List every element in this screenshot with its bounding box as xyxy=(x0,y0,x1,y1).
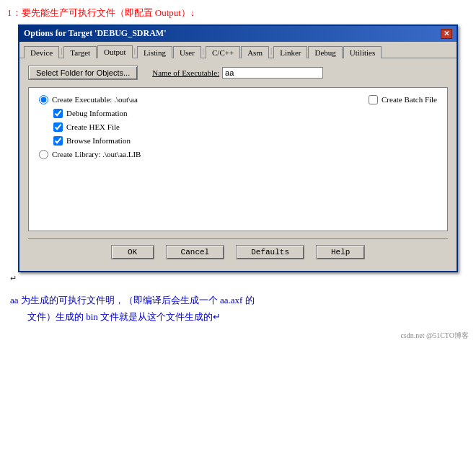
tab-sep-4: | xyxy=(270,46,273,55)
tab-sep-2: | xyxy=(133,46,136,55)
tab-output[interactable]: Output xyxy=(97,45,133,58)
group-left: Create Executable: .\out\aa Debug Inform… xyxy=(39,95,369,164)
cancel-button[interactable]: Cancel xyxy=(166,245,225,259)
close-button[interactable]: ✕ xyxy=(441,29,452,39)
tab-device[interactable]: Device xyxy=(24,46,59,58)
create-hex-checkbox[interactable] xyxy=(53,122,63,132)
watermark: csdn.net @51CTO博客 xyxy=(0,329,476,342)
bottom-text: aa 为生成的可执行文件明，（即编译后会生成一个 aa.axf 的 文件）生成的… xyxy=(0,285,476,330)
create-library-label[interactable]: Create Library: .\out\aa.LIB xyxy=(52,150,141,158)
debug-info-row: Debug Information xyxy=(39,109,369,118)
tab-user[interactable]: User xyxy=(173,46,201,58)
exe-name-group: Name of Executable: xyxy=(152,67,323,79)
browse-info-checkbox[interactable] xyxy=(53,136,63,146)
tab-linker[interactable]: Linker xyxy=(273,46,307,58)
help-button[interactable]: Help xyxy=(316,245,365,259)
browse-info-label[interactable]: Browse Information xyxy=(66,136,131,145)
tab-cpp[interactable]: C/C++ xyxy=(206,46,240,58)
debug-info-label[interactable]: Debug Information xyxy=(66,109,128,117)
dialog-buttons: OK Cancel Defaults Help xyxy=(28,238,448,264)
tab-sep-3: | xyxy=(202,46,205,55)
tab-target[interactable]: Target xyxy=(63,46,97,58)
create-library-radio[interactable] xyxy=(39,150,48,159)
bottom-text-line1: aa 为生成的可执行文件明，（即编译后会生成一个 aa.axf 的 xyxy=(10,292,466,308)
title-bar: Options for Target 'DEBUG_SDRAM' ✕ xyxy=(19,26,457,42)
ok-button[interactable]: OK xyxy=(111,245,154,259)
browse-info-row: Browse Information xyxy=(39,136,369,146)
group-inner-top: Create Executable: .\out\aa Debug Inform… xyxy=(39,95,437,164)
create-hex-row: Create HEX File xyxy=(39,122,369,132)
create-executable-label[interactable]: Create Executable: .\out\aa xyxy=(52,95,138,104)
dialog-title: Options for Target 'DEBUG_SDRAM' xyxy=(24,28,166,39)
tab-utilities[interactable]: Utilities xyxy=(343,46,382,58)
exe-name-input[interactable] xyxy=(222,67,323,79)
tab-debug[interactable]: Debug xyxy=(308,46,342,58)
create-executable-radio[interactable] xyxy=(39,95,48,104)
create-batch-row: Create Batch File xyxy=(369,95,437,104)
debug-info-checkbox[interactable] xyxy=(53,109,63,118)
arrow-line: ↵ xyxy=(0,272,476,285)
create-batch-checkbox[interactable] xyxy=(369,95,378,104)
group-right: Create Batch File xyxy=(369,95,437,109)
options-dialog: Options for Target 'DEBUG_SDRAM' ✕ Devic… xyxy=(18,24,458,272)
dialog-area: Options for Target 'DEBUG_SDRAM' ✕ Devic… xyxy=(0,24,476,272)
tab-listing[interactable]: Listing xyxy=(137,46,172,58)
dialog-content: Select Folder for Objects... Name of Exe… xyxy=(19,58,457,271)
top-row: Select Folder for Objects... Name of Exe… xyxy=(28,66,448,80)
create-executable-row: Create Executable: .\out\aa xyxy=(39,95,369,104)
exe-name-label: Name of Executable: xyxy=(152,68,219,77)
bottom-text-line2: 文件）生成的 bin 文件就是从这个文件生成的↵ xyxy=(10,308,466,325)
tab-sep-1: | xyxy=(60,46,63,55)
tab-bar: Device | Target Output | Listing User | … xyxy=(19,42,457,58)
tab-asm[interactable]: Asm xyxy=(241,46,269,58)
top-instruction: 1：要先能生产可执行文件（即配置 Output）↓ xyxy=(0,0,476,24)
options-group-box: Create Executable: .\out\aa Debug Inform… xyxy=(28,87,448,231)
select-folder-button[interactable]: Select Folder for Objects... xyxy=(28,66,138,80)
create-hex-label[interactable]: Create HEX File xyxy=(66,122,120,131)
defaults-button[interactable]: Defaults xyxy=(236,245,304,259)
create-batch-label[interactable]: Create Batch File xyxy=(382,95,437,104)
create-library-row: Create Library: .\out\aa.LIB xyxy=(39,150,369,159)
